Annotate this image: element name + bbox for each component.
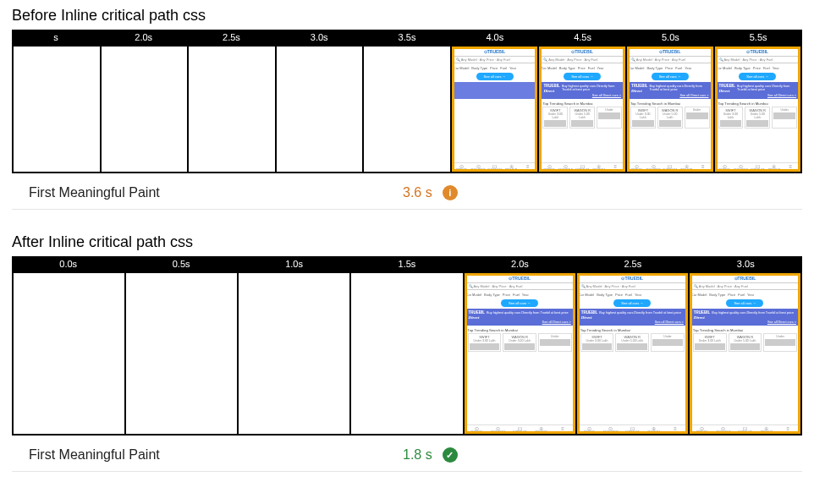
mock-cta: See all cars → xyxy=(613,299,651,307)
after-metric-label: First Meaningful Paint xyxy=(29,447,393,463)
filmstrip-frame xyxy=(351,273,462,434)
mock-navbar: ⊙BROWSE⊙TEST DRIVE⊡SHORTLIST♔PREMIUM≡ xyxy=(541,162,624,172)
mock-search: 🔍 Any Model · Any Price · Any Fuel xyxy=(629,56,712,63)
mock-cards: SWIFTUnder 3.00 LakhWAGON RUnder 5.00 La… xyxy=(466,333,574,352)
phone-mock: ⊙TRUEBIL 🔍 Any Model · Any Price · Any F… xyxy=(452,47,538,172)
timestamp-cell: 5.0s xyxy=(626,30,714,45)
timestamp-cell: 2.5s xyxy=(188,30,276,45)
after-title: After Inline critical path css xyxy=(0,227,814,256)
timestamp-cell: 2.5s xyxy=(576,256,689,271)
timestamp-cell: 0.0s xyxy=(12,256,124,271)
before-section: Before Inline critical path css s2.0s2.5… xyxy=(0,0,814,210)
timestamp-cell: 2.0s xyxy=(100,30,188,45)
mock-cards: SWIFTUnder 3.00 LakhWAGON RUnder 5.00 La… xyxy=(717,107,800,129)
mock-banner: TRUEBILDirect Buy highest quality cars D… xyxy=(466,309,574,326)
mock-tabs: Car ModelBody TypePriceFuelYear xyxy=(579,292,686,298)
mock-tabs: Car ModelBody TypePriceFuelYear xyxy=(717,65,800,71)
mock-tabs: Car ModelBody TypePriceFuelYear xyxy=(629,65,712,71)
mock-cta: See all cars → xyxy=(476,73,514,80)
timestamp-cell: 3.0s xyxy=(690,256,802,271)
mock-cta: See all cars → xyxy=(726,299,763,307)
mock-search: 🔍 Any Model · Any Price · Any Fuel xyxy=(579,282,686,290)
mock-cta: See all cars → xyxy=(652,73,689,80)
after-filmstrip: 0.0s0.5s1.0s1.5s2.0s2.5s3.0s ⊙TRUEBIL 🔍 … xyxy=(12,256,802,436)
check-icon: ✓ xyxy=(443,447,458,463)
mock-banner: TRUEBILDirect Buy highest quality cars D… xyxy=(579,309,686,326)
filmstrip-frame: ⊙TRUEBIL 🔍 Any Model · Any Price · Any F… xyxy=(465,273,575,434)
filmstrip-frame: ⊙TRUEBIL 🔍 Any Model · Any Price · Any F… xyxy=(452,47,538,172)
mock-search: 🔍 Any Model · Any Price · Any Fuel xyxy=(454,56,536,63)
info-icon: i xyxy=(443,185,458,200)
phone-mock: ⊙TRUEBIL 🔍 Any Model · Any Price · Any F… xyxy=(539,47,625,172)
mock-trending: Top Trending Search in Mumbai xyxy=(629,99,712,107)
mock-tabs: Car ModelBody TypePriceFuelYear xyxy=(541,65,624,71)
filmstrip-frame xyxy=(277,47,363,172)
mock-trending: Top Trending Search in Mumbai xyxy=(466,326,574,333)
phone-mock: ⊙TRUEBIL 🔍 Any Model · Any Price · Any F… xyxy=(715,47,801,172)
before-filmstrip: s2.0s2.5s3.0s3.5s4.0s4.5s5.0s5.5s ⊙TRUEB… xyxy=(12,30,802,173)
filmstrip-frame: ⊙TRUEBIL 🔍 Any Model · Any Price · Any F… xyxy=(627,47,713,172)
mock-trending: Top Trending Search in Mumbai xyxy=(579,326,686,333)
mock-cards: SWIFTUnder 3.00 LakhWAGON RUnder 5.00 La… xyxy=(691,333,799,352)
mock-trending: Top Trending Search in Mumbai xyxy=(717,99,800,107)
timestamp-cell: 3.5s xyxy=(363,30,451,45)
timestamp-cell: 2.0s xyxy=(464,256,576,271)
mock-cards: SWIFTUnder 3.00 LakhWAGON RUnder 5.00 La… xyxy=(579,333,686,352)
mock-navbar: ⊙BROWSE⊙TEST DRIVE⊡SHORTLIST♔PREMIUM≡ xyxy=(717,162,800,172)
mock-trending: Top Trending Search in Mumbai xyxy=(691,326,799,333)
mock-navbar: ⊙BROWSE⊙TEST DRIVE⊡SHORTLIST♔PREMIUM≡ xyxy=(454,162,536,172)
after-metric-row: First Meaningful Paint 1.8 s ✓ xyxy=(12,436,802,472)
mock-cta: See all cars → xyxy=(501,299,538,307)
filmstrip-frame xyxy=(14,273,124,434)
timestamp-cell: 0.5s xyxy=(124,256,237,271)
after-timestamps: 0.0s0.5s1.0s1.5s2.0s2.5s3.0s xyxy=(12,256,802,271)
mock-logo: ⊙TRUEBIL xyxy=(691,275,799,282)
timestamp-cell: s xyxy=(12,30,100,45)
mock-cards: SWIFTUnder 3.00 LakhWAGON RUnder 5.00 La… xyxy=(629,107,712,129)
mock-logo: ⊙TRUEBIL xyxy=(541,48,624,56)
timestamp-cell: 1.0s xyxy=(238,256,350,271)
mock-search: 🔍 Any Model · Any Price · Any Fuel xyxy=(691,282,799,290)
timestamp-cell: 1.5s xyxy=(350,256,463,271)
phone-mock: ⊙TRUEBIL 🔍 Any Model · Any Price · Any F… xyxy=(465,273,575,434)
mock-cta: See all cars → xyxy=(564,73,601,80)
mock-logo: ⊙TRUEBIL xyxy=(579,275,686,282)
mock-trending: Top Trending Search in Mumbai xyxy=(541,99,624,107)
mock-banner: TRUEBILDirect Buy highest quality cars D… xyxy=(717,82,800,99)
after-metric-value: 1.8 s xyxy=(403,447,432,463)
mock-cta: See all cars → xyxy=(739,73,776,80)
mock-banner: TRUEBILDirect Buy highest quality cars D… xyxy=(541,82,624,99)
mock-banner: TRUEBILDirect Buy highest quality cars D… xyxy=(691,309,799,326)
mock-tabs: Car ModelBody TypePriceFuelYear xyxy=(466,292,574,298)
mock-cards: SWIFTUnder 3.00 LakhWAGON RUnder 5.00 La… xyxy=(541,107,624,129)
mock-search: 🔍 Any Model · Any Price · Any Fuel xyxy=(717,56,800,63)
mock-banner: TRUEBILDirect Buy highest quality cars D… xyxy=(454,82,536,99)
after-frames: ⊙TRUEBIL 🔍 Any Model · Any Price · Any F… xyxy=(12,271,802,436)
timestamp-cell: 4.5s xyxy=(539,30,627,45)
timestamp-cell: 4.0s xyxy=(451,30,539,45)
filmstrip-frame xyxy=(239,273,349,434)
mock-logo: ⊙TRUEBIL xyxy=(466,275,574,282)
before-metric-label: First Meaningful Paint xyxy=(29,185,393,200)
before-frames: ⊙TRUEBIL 🔍 Any Model · Any Price · Any F… xyxy=(12,45,802,173)
filmstrip-frame xyxy=(364,47,450,172)
mock-search: 🔍 Any Model · Any Price · Any Fuel xyxy=(541,56,624,63)
after-section: After Inline critical path css 0.0s0.5s1… xyxy=(0,227,814,472)
phone-mock: ⊙TRUEBIL 🔍 Any Model · Any Price · Any F… xyxy=(690,273,800,434)
mock-navbar: ⊙BROWSE⊙TEST DRIVE⊡SHORTLIST♔PREMIUM≡ xyxy=(629,162,712,172)
filmstrip-frame xyxy=(102,47,188,172)
filmstrip-frame: ⊙TRUEBIL 🔍 Any Model · Any Price · Any F… xyxy=(690,273,800,434)
filmstrip-frame xyxy=(126,273,237,434)
filmstrip-frame xyxy=(14,47,100,172)
filmstrip-frame: ⊙TRUEBIL 🔍 Any Model · Any Price · Any F… xyxy=(577,273,688,434)
mock-navbar: ⊙BROWSE⊙TEST DRIVE⊡SHORTLIST♔PREMIUM≡ xyxy=(691,425,799,434)
mock-logo: ⊙TRUEBIL xyxy=(454,48,536,56)
filmstrip-frame: ⊙TRUEBIL 🔍 Any Model · Any Price · Any F… xyxy=(715,47,801,172)
filmstrip-frame xyxy=(189,47,275,172)
mock-logo: ⊙TRUEBIL xyxy=(717,48,800,56)
before-metric-row: First Meaningful Paint 3.6 s i xyxy=(12,173,802,210)
mock-navbar: ⊙BROWSE⊙TEST DRIVE⊡SHORTLIST♔PREMIUM≡ xyxy=(466,425,574,434)
mock-tabs: Car ModelBody TypePriceFuelYear xyxy=(454,65,536,71)
mock-logo: ⊙TRUEBIL xyxy=(629,48,712,56)
mock-navbar: ⊙BROWSE⊙TEST DRIVE⊡SHORTLIST♔PREMIUM≡ xyxy=(579,425,686,434)
